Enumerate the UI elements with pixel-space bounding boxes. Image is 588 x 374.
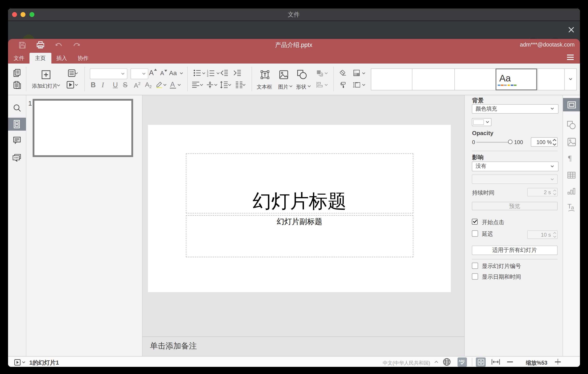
- svg-text:3: 3: [207, 74, 208, 77]
- svg-text:ABC: ABC: [459, 359, 465, 363]
- svg-text:a: a: [571, 204, 574, 210]
